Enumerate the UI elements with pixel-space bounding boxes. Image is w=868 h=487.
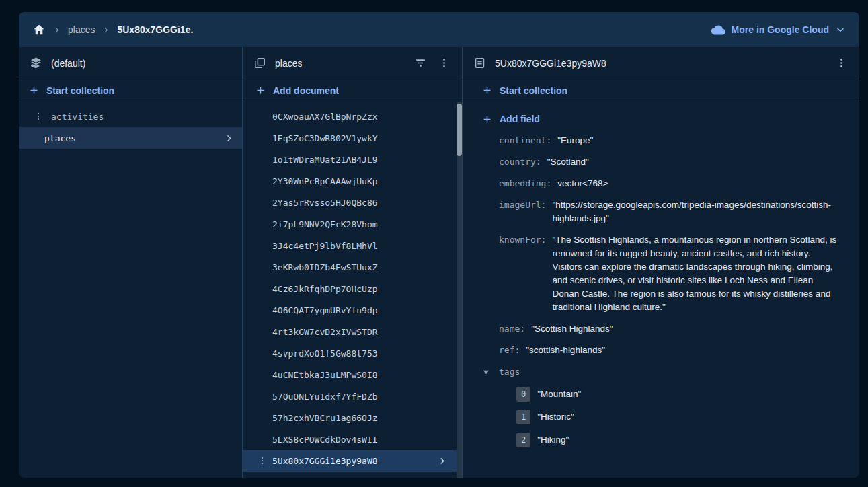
collection-panel-header: places <box>243 47 462 79</box>
array-item-value: "Mountain" <box>537 387 581 401</box>
database-panel-header: (default) <box>19 47 242 79</box>
plus-icon <box>29 85 39 96</box>
field-key: ref: <box>499 344 520 357</box>
firestore-console: places 5Ux80x7GGGi1e. More in Google Clo… <box>19 12 859 478</box>
add-field-label: Add field <box>500 114 540 124</box>
tags-item-2[interactable]: 2 "Hiking" <box>463 433 859 447</box>
filter-icon[interactable] <box>413 55 428 71</box>
tags-item-1[interactable]: 1 "Historic" <box>463 410 859 424</box>
firestore-panels: (default) Start collection activities pl… <box>19 47 859 478</box>
document-row[interactable]: 2Yas5rRvsso5HJ0QBc86 <box>243 192 462 213</box>
home-icon[interactable] <box>32 23 46 36</box>
start-collection-button[interactable]: Start collection <box>19 79 242 102</box>
array-item-value: "Hiking" <box>537 433 569 447</box>
document-panel-header: 5Ux80x7GGGi1e3py9aW8 <box>463 47 859 79</box>
field-value: "Scotland" <box>547 155 589 169</box>
array-item-value: "Historic" <box>537 410 574 424</box>
document-row[interactable]: 2Y30WnPcBpCAAAwjUuKp <box>243 170 462 192</box>
collapse-arrow-icon <box>483 369 489 375</box>
start-collection-label: Start collection <box>500 85 567 96</box>
field-key: tags <box>499 365 520 379</box>
breadcrumb-collection[interactable]: places <box>68 24 95 35</box>
document-row[interactable]: 0CXwoauAX7GlBpNrpZzx <box>243 106 462 127</box>
database-panel: (default) Start collection activities pl… <box>19 47 242 478</box>
chevron-down-icon <box>835 24 846 35</box>
add-field-button[interactable]: Add field <box>463 108 859 130</box>
field-key: embedding: <box>499 177 551 190</box>
field-tags-toggle[interactable]: tags <box>463 365 859 379</box>
document-title: 5Ux80x7GGGi1e3py9aW8 <box>495 58 606 69</box>
add-document-button[interactable]: Add document <box>243 79 462 102</box>
document-row[interactable]: 4rt3kGW7cvD2xIVwSTDR <box>243 321 462 342</box>
document-row[interactable]: 5LXS8cPQWCdkDov4sWII <box>243 428 462 450</box>
cloud-icon <box>711 23 725 37</box>
more-vert-icon[interactable] <box>834 56 849 70</box>
collection-item-activities[interactable]: activities <box>19 106 242 127</box>
field-key: continent: <box>499 134 551 147</box>
field-value: vector<768> <box>557 177 608 190</box>
document-row[interactable]: 4Cz6JkRfqhDPp7OHcUzp <box>243 278 462 299</box>
field-value: "The Scottish Highlands, a mountainous r… <box>552 233 842 314</box>
chevron-right-icon <box>437 456 447 466</box>
array-index-badge: 1 <box>516 410 530 424</box>
breadcrumb-bar: places 5Ux80x7GGGi1e. More in Google Clo… <box>19 12 859 47</box>
chevron-right-icon <box>52 26 61 34</box>
more-in-google-cloud-label: More in Google Cloud <box>732 24 829 35</box>
document-row[interactable]: 57QuQNLYu1dxf7YfFDZb <box>243 385 462 407</box>
more-in-google-cloud-button[interactable]: More in Google Cloud <box>711 23 846 37</box>
field-key: country: <box>499 155 541 169</box>
scrollbar-track[interactable] <box>457 102 462 478</box>
field-country[interactable]: country: "Scotland" <box>463 155 859 169</box>
collection-item-label: activities <box>51 112 104 122</box>
tags-item-0[interactable]: 0 "Mountain" <box>463 387 859 402</box>
collection-item-places[interactable]: places <box>19 127 242 149</box>
field-imageUrl[interactable]: imageUrl: "https://storage.googleapis.co… <box>463 198 859 225</box>
database-icon <box>30 57 42 69</box>
breadcrumb-document: 5Ux80x7GGGi1e. <box>117 24 193 35</box>
document-row[interactable]: 5cm3bwiuw2ecmUDu7Ql4 <box>243 472 462 478</box>
document-row[interactable]: 1EqSZoC3DwR802V1ywkY <box>243 127 462 149</box>
field-embedding[interactable]: embedding: vector<768> <box>463 177 859 190</box>
scrollbar-thumb[interactable] <box>457 104 462 156</box>
more-vert-icon[interactable] <box>437 56 451 70</box>
more-vert-icon[interactable] <box>32 112 44 121</box>
document-row[interactable]: 2i7pL9NNV2QEcK28Vhom <box>243 213 462 235</box>
field-value: "scottish-highlands" <box>526 344 605 357</box>
array-index-badge: 2 <box>516 433 530 447</box>
start-collection-label: Start collection <box>46 85 114 96</box>
add-document-label: Add document <box>273 85 339 96</box>
collection-title: places <box>275 58 302 69</box>
document-icon <box>473 57 486 69</box>
document-row[interactable]: 4O6CQAT7ygmURvYfn9dp <box>243 299 462 321</box>
document-row[interactable]: 4svprdXoO1f5Gw88t753 <box>243 342 462 364</box>
chevron-right-icon <box>102 26 110 34</box>
start-collection-button[interactable]: Start collection <box>463 79 859 102</box>
plus-icon <box>255 85 266 96</box>
field-value: "Europe" <box>557 134 593 147</box>
field-key: imageUrl: <box>499 198 546 212</box>
document-row[interactable]: 3J4c4etPj9lbVf8LMhVl <box>243 235 462 256</box>
field-ref[interactable]: ref: "scottish-highlands" <box>463 344 859 357</box>
collection-icon <box>253 57 266 69</box>
document-row-selected[interactable]: 5Ux80x7GGGi1e3py9aW8 <box>243 450 462 472</box>
document-row[interactable]: 4uCNEtbkaJ3uLMPwS0I8 <box>243 364 462 385</box>
database-title: (default) <box>51 58 85 69</box>
collection-list: activities places <box>19 102 242 149</box>
chevron-right-icon <box>224 133 234 143</box>
collection-item-label: places <box>44 133 76 143</box>
field-value: "https://storage.googleapis.com/tripedia… <box>552 198 842 225</box>
plus-icon <box>482 114 492 124</box>
document-fields: Add field continent: "Europe" country: "… <box>463 102 859 478</box>
collection-panel: places Add document 0CXwoauAX7GlBpNrpZzx… <box>242 47 463 478</box>
document-id: 5Ux80x7GGGi1e3py9aW8 <box>272 456 378 466</box>
document-row[interactable]: 3eKRwb0IDZb4EwSTUuxZ <box>243 256 462 278</box>
field-continent[interactable]: continent: "Europe" <box>463 134 859 147</box>
breadcrumb: places 5Ux80x7GGGi1e. <box>32 23 193 36</box>
field-name[interactable]: name: "Scottish Highlands" <box>463 322 859 336</box>
document-row[interactable]: 57h2cxhVBCru1ag66OJz <box>243 407 462 428</box>
document-row[interactable]: 1o1tWDraMUat21AB4JL9 <box>243 149 462 170</box>
array-index-badge: 0 <box>516 387 530 402</box>
more-vert-icon[interactable] <box>258 456 267 465</box>
document-list: 0CXwoauAX7GlBpNrpZzx 1EqSZoC3DwR802V1ywk… <box>243 102 462 478</box>
field-knownFor[interactable]: knownFor: "The Scottish Highlands, a mou… <box>463 233 859 314</box>
